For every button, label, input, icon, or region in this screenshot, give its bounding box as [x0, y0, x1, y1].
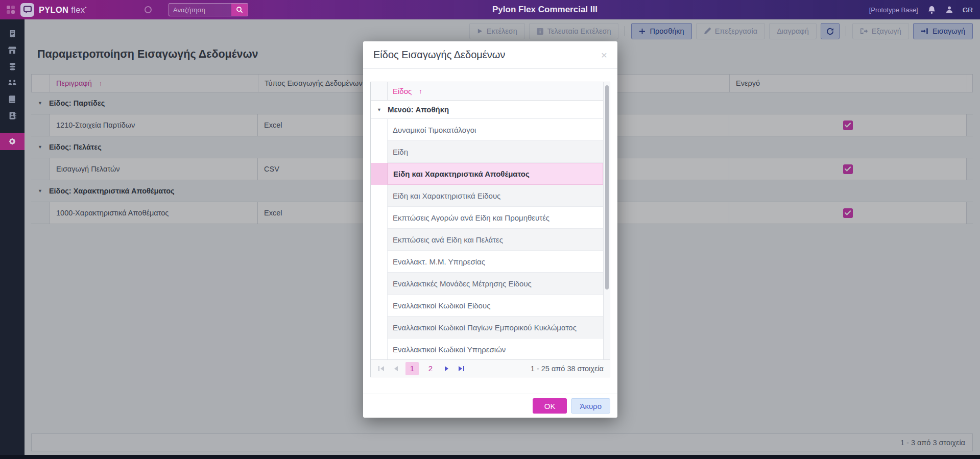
modal-footer: OK Άκυρο	[363, 394, 617, 418]
list-group-label: Μενού: Αποθήκη	[388, 105, 449, 114]
sidebar-item-finance[interactable]	[0, 58, 25, 75]
pager-page-2[interactable]: 2	[424, 362, 437, 375]
brand-logo-icon[interactable]	[20, 3, 34, 17]
list-item[interactable]: Εκπτώσεις ανά Είδη και Πελάτες	[371, 229, 603, 251]
storefront-icon	[7, 45, 17, 55]
cancel-button[interactable]: Άκυρο	[571, 398, 610, 414]
list-item[interactable]: Είδη και Χαρακτηριστικά Είδους	[371, 185, 603, 207]
pager-page-1[interactable]: 1	[405, 362, 419, 375]
collapse-triangle-icon[interactable]: ▼	[377, 107, 381, 112]
list-item[interactable]: Εναλλακτικές Μονάδες Μέτρησης Είδους	[371, 273, 603, 295]
pager-last-button[interactable]	[457, 364, 466, 373]
search-input[interactable]	[169, 4, 231, 16]
list-item[interactable]: Εναλλακτικοί Κωδικοί Είδους	[371, 295, 603, 317]
list-header-gutter	[371, 82, 388, 100]
list-header-row: Είδος ↑	[371, 82, 603, 101]
pager-prev-button[interactable]	[391, 364, 400, 373]
list-item-gutter	[371, 141, 388, 163]
list-item-gutter	[371, 163, 388, 185]
speech-bubble-icon	[23, 5, 32, 14]
list-pagination: 121 - 25 από 38 στοιχεία	[371, 359, 610, 377]
search-box	[169, 3, 248, 16]
list-scrollbar[interactable]	[603, 82, 610, 359]
sidebar-item-partners[interactable]	[0, 75, 25, 91]
scrollbar-thumb[interactable]	[605, 85, 609, 289]
list-column-header[interactable]: Είδος ↑	[388, 82, 603, 100]
search-icon	[236, 6, 243, 13]
pager-info: 1 - 25 από 38 στοιχεία	[531, 365, 604, 373]
modal-list: Είδος ↑ ▼ Μενού: Αποθήκη Δυναμικοί Τιμοκ…	[370, 82, 610, 377]
apps-grid-icon[interactable]	[7, 6, 15, 14]
modal-dialog: Είδος Εισαγωγής Δεδομένων × Είδος ↑ ▼ Με…	[363, 41, 617, 418]
list-item-label: Εναλλακτικοί Κωδικοί Παγίων Εμπορικού Κυ…	[388, 317, 603, 339]
topbar-right: [Prototype Base] GR	[869, 0, 973, 19]
pager-next-button[interactable]	[442, 364, 451, 373]
list-item-label: Δυναμικοί Τιμοκατάλογοι	[388, 119, 603, 141]
sidebar-item-store[interactable]	[0, 42, 25, 58]
modal-header: Είδος Εισαγωγής Δεδομένων ×	[363, 41, 617, 69]
sidebar-item-ledger[interactable]	[0, 91, 25, 107]
list-item-label: Εναλλακτικές Μονάδες Μέτρησης Είδους	[388, 273, 603, 295]
app-title: Pylon Flex Commercial III	[492, 0, 597, 19]
list-item[interactable]: Είδη	[371, 141, 603, 163]
list-item-gutter	[371, 229, 388, 251]
list-item-label: Εναλλακτικοί Κωδικοί Υπηρεσιών	[388, 339, 603, 360]
list-column-label: Είδος	[393, 87, 412, 95]
list-item[interactable]: Είδη και Χαρακτηριστικά Αποθέματος	[371, 163, 603, 185]
partners-icon	[7, 78, 17, 87]
user-icon[interactable]	[945, 6, 953, 14]
pager-prev-icon	[393, 366, 398, 372]
pager-last-icon	[458, 366, 465, 372]
contacts-icon	[8, 111, 17, 120]
pager-first-icon	[378, 366, 385, 372]
close-icon[interactable]: ×	[601, 50, 607, 60]
sidebar-item-documents[interactable]	[0, 26, 25, 42]
sidebar-nav	[0, 19, 25, 150]
ok-button[interactable]: OK	[533, 398, 567, 414]
coins-icon	[8, 62, 17, 71]
sidebar-item-contacts[interactable]	[0, 107, 25, 124]
list-item-gutter	[371, 317, 388, 339]
list-item-gutter	[371, 273, 388, 295]
sort-asc-icon: ↑	[419, 87, 422, 95]
list-item-gutter	[371, 295, 388, 317]
list-item[interactable]: Εναλλακτικοί Κωδικοί Υπηρεσιών	[371, 339, 603, 360]
modal-title: Είδος Εισαγωγής Δεδομένων	[373, 49, 505, 61]
list-item[interactable]: Εκπτώσεις Αγορών ανά Είδη και Προμηθευτέ…	[371, 207, 603, 229]
list-item-label: Εναλλακτ. Μ.Μ. Υπηρεσίας	[388, 251, 603, 273]
pager-next-icon	[444, 366, 449, 372]
list-item-label: Εκπτώσεις Αγορών ανά Είδη και Προμηθευτέ…	[388, 207, 603, 229]
list-item-gutter	[371, 207, 388, 229]
list-item-label: Είδη και Χαρακτηριστικά Αποθέματος	[388, 163, 603, 185]
list-item-gutter	[371, 119, 388, 141]
search-button[interactable]	[231, 4, 248, 16]
list-item[interactable]: Εναλλακτ. Μ.Μ. Υπηρεσίας	[371, 251, 603, 273]
list-item-label: Είδη	[388, 141, 603, 163]
list-items: Δυναμικοί ΤιμοκατάλογοιΕίδηΕίδη και Χαρα…	[371, 119, 610, 360]
loading-circle-icon	[145, 6, 152, 13]
book-icon	[8, 94, 17, 104]
list-item-gutter	[371, 185, 388, 207]
list-item-gutter	[371, 251, 388, 273]
list-group-row[interactable]: ▼ Μενού: Αποθήκη	[371, 101, 603, 119]
list-item-label: Εκπτώσεις ανά Είδη και Πελάτες	[388, 229, 603, 251]
gear-icon	[7, 136, 17, 147]
receipt-icon	[8, 29, 17, 39]
list-item[interactable]: Εναλλακτικοί Κωδικοί Παγίων Εμπορικού Κυ…	[371, 317, 603, 339]
bottom-strip	[0, 455, 980, 459]
bell-icon[interactable]	[927, 6, 936, 14]
list-item-gutter	[371, 339, 388, 360]
topbar: PYLONflex• Pylon Flex Commercial III [Pr…	[0, 0, 980, 19]
environment-label: [Prototype Base]	[869, 6, 918, 14]
brand-text: PYLONflex•	[39, 5, 87, 15]
language-label[interactable]: GR	[963, 6, 973, 14]
list-item-label: Εναλλακτικοί Κωδικοί Είδους	[388, 295, 603, 317]
sidebar	[0, 19, 25, 459]
list-item-label: Είδη και Χαρακτηριστικά Είδους	[388, 185, 603, 207]
list-item[interactable]: Δυναμικοί Τιμοκατάλογοι	[371, 119, 603, 141]
sidebar-item-settings[interactable]	[0, 133, 25, 150]
pager-first-button[interactable]	[377, 364, 386, 373]
